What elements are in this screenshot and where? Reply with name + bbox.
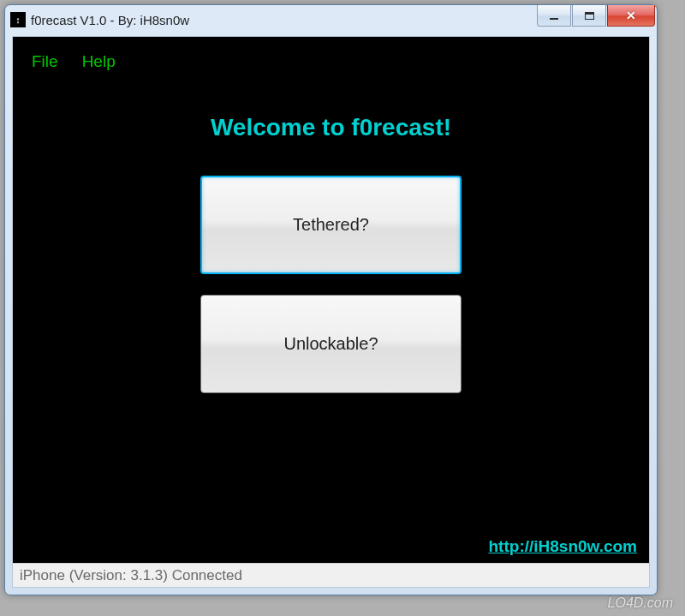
welcome-heading: Welcome to f0recast! [13, 114, 649, 141]
minimize-button[interactable] [537, 5, 571, 27]
close-button[interactable]: ✕ [607, 5, 655, 27]
window-title: f0recast V1.0 - By: iH8sn0w [31, 13, 189, 27]
watermark: LO4D.com [608, 595, 673, 611]
app-body: File Help Welcome to f0recast! Tethered?… [13, 37, 649, 563]
tethered-button-label: Tethered? [293, 215, 369, 235]
status-bar: iPhone (Version: 3.1.3) Connected [13, 563, 649, 587]
titlebar[interactable]: ↕ f0recast V1.0 - By: iH8sn0w ✕ [5, 5, 657, 34]
unlockable-button-label: Unlockable? [283, 334, 378, 354]
menu-help[interactable]: Help [82, 52, 116, 71]
client-area: File Help Welcome to f0recast! Tethered?… [12, 36, 650, 588]
minimize-icon [550, 18, 558, 20]
unlockable-button[interactable]: Unlockable? [200, 295, 462, 393]
footer-link[interactable]: http://iH8sn0w.com [489, 537, 637, 556]
app-window: ↕ f0recast V1.0 - By: iH8sn0w ✕ File Hel… [4, 4, 658, 595]
status-text: iPhone (Version: 3.1.3) Connected [20, 567, 242, 584]
app-icon: ↕ [10, 12, 26, 27]
menu-file[interactable]: File [32, 52, 58, 71]
button-stack: Tethered? Unlockable? [13, 176, 649, 393]
maximize-button[interactable] [572, 5, 606, 27]
maximize-icon [585, 12, 594, 20]
app-icon-glyph: ↕ [15, 15, 21, 25]
menu-bar: File Help [13, 37, 649, 71]
window-controls: ✕ [537, 5, 655, 27]
tethered-button[interactable]: Tethered? [200, 176, 462, 274]
close-icon: ✕ [626, 9, 636, 22]
